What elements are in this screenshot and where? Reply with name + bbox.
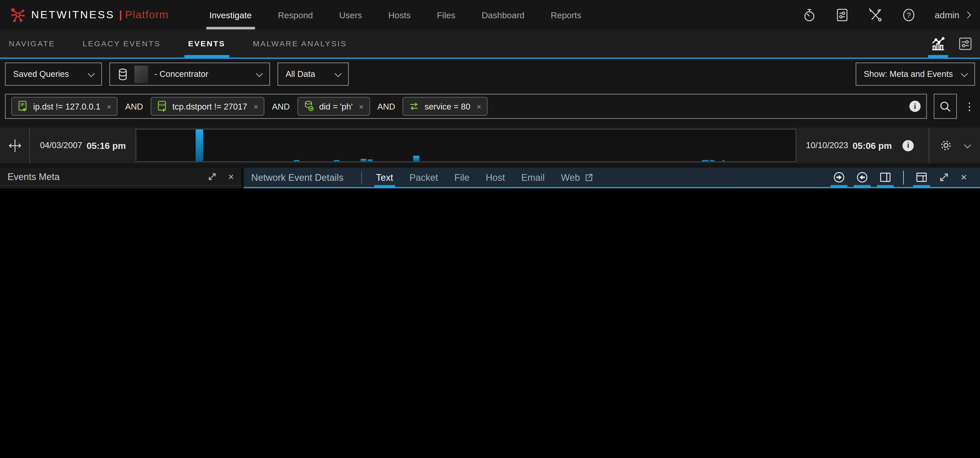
nav-investigate[interactable]: Investigate	[196, 0, 265, 29]
top-bar: NETWITNESS | Platform Investigate Respon…	[0, 0, 980, 29]
events-meta-panel: Events Meta ×	[0, 168, 241, 188]
help-icon[interactable]: ?	[902, 7, 915, 22]
show-meta-events-dropdown[interactable]: Show: Meta and Events	[856, 62, 975, 86]
filter-pill-did[interactable]: did = 'ph' ×	[298, 97, 370, 116]
expand-panel-icon[interactable]	[208, 172, 217, 181]
tools-icon[interactable]	[868, 8, 882, 22]
nav-hosts[interactable]: Hosts	[375, 0, 424, 29]
service-dropdown[interactable]: - Concentrator	[110, 62, 270, 86]
filter-pill-service[interactable]: service = 80 ×	[403, 97, 488, 116]
filter-text: ip.dst != 127.0.0.1	[33, 102, 100, 111]
column-settings-icon[interactable]	[952, 29, 979, 57]
timeline-bar	[413, 156, 420, 161]
timeline-start-datetime[interactable]: 04/03/2007 05:16 pm	[30, 128, 136, 163]
saved-queries-label: Saved Queries	[13, 69, 69, 79]
fullscreen-expand-icon[interactable]	[933, 168, 955, 187]
next-event-circle-arrow-right-icon[interactable]	[827, 168, 851, 187]
filter-operator: AND	[270, 102, 291, 111]
svg-text:TCP: TCP	[159, 104, 165, 107]
query-menu-kebab-icon[interactable]: ⋮	[964, 94, 975, 119]
event-details-header: Network Event Details Text Packet File H…	[243, 168, 980, 188]
chevron-right-icon	[964, 11, 971, 18]
query-bar: Saved Queries - Concentrator All Data Sh…	[5, 62, 975, 86]
timeline-end-datetime[interactable]: 10/10/2023 05:06 pm i	[796, 128, 924, 163]
time-range-dropdown[interactable]: All Data	[278, 62, 349, 86]
ip-filter-icon: IP	[18, 100, 28, 113]
external-link-icon	[584, 173, 593, 182]
tab-malware-analysis[interactable]: MALWARE ANALYSIS	[245, 29, 355, 57]
svg-text:IP: IP	[21, 102, 24, 107]
overview-section-header[interactable]: Overview	[736, 188, 980, 188]
netwitness-app: NETWITNESS | Platform Investigate Respon…	[0, 0, 980, 188]
tab-web-label: Web	[561, 172, 580, 183]
timeline-info-icon[interactable]: i	[902, 140, 914, 151]
timeline-bar	[196, 129, 203, 161]
filter-text: did = 'ph'	[319, 102, 353, 111]
filter-pill-ip-dst[interactable]: IP ip.dst != 127.0.0.1 ×	[11, 97, 118, 116]
brand-separator: |	[119, 8, 122, 21]
timeline-settings-gear-icon[interactable]	[939, 139, 953, 152]
remove-filter-icon[interactable]: ×	[477, 102, 481, 111]
remove-filter-icon[interactable]: ×	[359, 102, 363, 111]
tcp-filter-icon: TCP	[157, 100, 167, 113]
jobs-icon[interactable]	[835, 7, 848, 22]
timeline-bar	[294, 160, 300, 161]
timeline-collapse-chevron-icon[interactable]	[964, 141, 971, 148]
event-text-toolbar: Download PCAP DISPLAY COMPRESSED PAYLOAD…	[243, 188, 733, 188]
nav-files[interactable]: Files	[424, 0, 469, 29]
tab-email[interactable]: Email	[513, 168, 553, 187]
top-icons: ? admin	[802, 7, 970, 22]
query-filter-box[interactable]: IP ip.dst != 127.0.0.1 × AND TCP tcp.dst…	[5, 94, 927, 119]
filter-operator: AND	[376, 102, 396, 111]
nav-respond[interactable]: Respond	[265, 0, 326, 29]
event-details-header-icons: ×	[827, 168, 972, 187]
brand[interactable]: NETWITNESS | Platform	[10, 6, 169, 24]
tab-host[interactable]: Host	[477, 168, 513, 187]
timeline-bar: 04/03/2007 05:16 pm 10/10/2023 05:06 pm …	[0, 128, 980, 163]
start-time: 05:16 pm	[87, 140, 126, 150]
user-menu[interactable]: admin	[935, 10, 970, 20]
layout-view-icon[interactable]	[910, 168, 933, 187]
event-text-content: Download PCAP DISPLAY COMPRESSED PAYLOAD…	[243, 188, 733, 188]
query-info-icon[interactable]: i	[909, 101, 921, 112]
remove-filter-icon[interactable]: ×	[107, 102, 111, 111]
service-filter-icon	[409, 101, 420, 112]
split-view-icon[interactable]	[874, 168, 897, 187]
tab-file[interactable]: File	[446, 168, 477, 187]
investigate-subnav: NAVIGATE LEGACY EVENTS EVENTS MALWARE AN…	[0, 29, 980, 59]
end-date: 10/10/2023	[806, 140, 848, 150]
service-name-label: - Concentrator	[154, 69, 208, 79]
search-button[interactable]	[934, 94, 957, 119]
nav-dashboard[interactable]: Dashboard	[469, 0, 538, 29]
timeline-histogram[interactable]	[136, 129, 796, 162]
tab-packet[interactable]: Packet	[401, 168, 446, 187]
chevron-down-icon	[961, 70, 968, 77]
time-range-label: All Data	[286, 69, 315, 79]
divider	[903, 171, 904, 184]
nav-reports[interactable]: Reports	[538, 0, 595, 29]
prev-event-circle-arrow-left-icon[interactable]	[851, 168, 874, 187]
nav-users[interactable]: Users	[326, 0, 375, 29]
saved-queries-dropdown[interactable]: Saved Queries	[5, 62, 102, 86]
svg-text:?: ?	[906, 11, 910, 19]
timeline-pan-icon[interactable]	[0, 128, 30, 163]
main-content: Events Meta ×	[0, 168, 980, 188]
events-chart-view-icon[interactable]	[924, 29, 952, 57]
remove-filter-icon[interactable]: ×	[253, 102, 258, 111]
redacted-service-name	[134, 65, 148, 83]
events-meta-toolbar: Meta Group A Z	[0, 186, 241, 188]
stopwatch-icon[interactable]	[802, 7, 816, 22]
close-details-icon[interactable]: ×	[955, 168, 972, 187]
tab-navigate[interactable]: NAVIGATE	[1, 29, 63, 57]
timeline-bar	[722, 160, 724, 161]
tab-text[interactable]: Text	[368, 168, 401, 187]
divider	[361, 171, 361, 184]
database-filter-icon	[304, 100, 314, 113]
tab-legacy-events[interactable]: LEGACY EVENTS	[75, 29, 168, 57]
tab-events[interactable]: EVENTS	[181, 29, 233, 57]
timeline-bar	[710, 160, 714, 161]
filter-pill-tcp-dstport[interactable]: TCP tcp.dstport != 27017 ×	[151, 97, 264, 116]
tab-web[interactable]: Web	[553, 168, 601, 187]
show-label: Show: Meta and Events	[864, 69, 953, 79]
close-panel-icon[interactable]: ×	[228, 171, 234, 182]
